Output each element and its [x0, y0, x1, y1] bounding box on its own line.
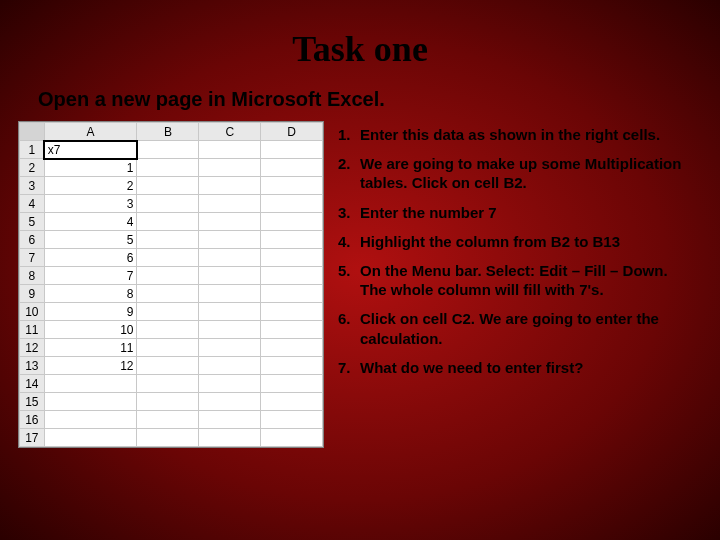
cell	[44, 375, 137, 393]
cell	[137, 177, 199, 195]
step-text: Highlight the column from B2 to B13	[360, 232, 620, 251]
cell	[261, 429, 323, 447]
cell	[44, 429, 137, 447]
row-header: 11	[20, 321, 45, 339]
slide-title: Task one	[0, 0, 720, 70]
cell	[137, 321, 199, 339]
row-header: 15	[20, 393, 45, 411]
cell	[199, 411, 261, 429]
step-item: 2.We are going to make up some Multiplic…	[338, 154, 692, 192]
col-header-D: D	[261, 123, 323, 141]
step-number: 5.	[338, 261, 360, 299]
cell	[137, 411, 199, 429]
cell	[199, 393, 261, 411]
cell	[137, 213, 199, 231]
cell: 8	[44, 285, 137, 303]
cell: 5	[44, 231, 137, 249]
cell	[44, 411, 137, 429]
cell: 1	[44, 159, 137, 177]
cell	[261, 303, 323, 321]
cell	[261, 357, 323, 375]
cell	[199, 249, 261, 267]
row-header: 9	[20, 285, 45, 303]
row-header: 5	[20, 213, 45, 231]
cell	[261, 339, 323, 357]
step-number: 6.	[338, 309, 360, 347]
cell	[137, 375, 199, 393]
row-header: 16	[20, 411, 45, 429]
cell	[199, 339, 261, 357]
cell	[199, 213, 261, 231]
row-header: 6	[20, 231, 45, 249]
cell: 11	[44, 339, 137, 357]
step-item: 3.Enter the number 7	[338, 203, 692, 222]
step-list: 1.Enter this data as shown in the right …	[338, 125, 692, 348]
step-item: 4.Highlight the column from B2 to B13	[338, 232, 692, 251]
row-header: 1	[20, 141, 45, 159]
instructions-panel: 1.Enter this data as shown in the right …	[332, 121, 720, 448]
cell	[261, 231, 323, 249]
cell	[199, 267, 261, 285]
cell	[199, 141, 261, 159]
row-header: 10	[20, 303, 45, 321]
cell	[199, 303, 261, 321]
row-header: 12	[20, 339, 45, 357]
question-line: 7. What do we need to enter first?	[338, 358, 692, 377]
cell	[199, 195, 261, 213]
excel-screenshot: A B C D 1x7 21 32 43 54 65 76 87 98 109 …	[18, 121, 324, 448]
row-header: 17	[20, 429, 45, 447]
cell	[199, 285, 261, 303]
cell	[261, 195, 323, 213]
step-text: Click on cell C2. We are going to enter …	[360, 309, 692, 347]
step-number: 1.	[338, 125, 360, 144]
cell	[199, 321, 261, 339]
cell	[137, 357, 199, 375]
cell	[137, 303, 199, 321]
step-text: Enter this data as shown in the right ce…	[360, 125, 660, 144]
question-text: What do we need to enter first?	[360, 358, 583, 377]
spreadsheet-grid: A B C D 1x7 21 32 43 54 65 76 87 98 109 …	[19, 122, 323, 447]
cell: 3	[44, 195, 137, 213]
cell	[261, 321, 323, 339]
cell	[137, 141, 199, 159]
cell: 6	[44, 249, 137, 267]
cell	[137, 249, 199, 267]
step-text: We are going to make up some Multiplicat…	[360, 154, 692, 192]
question-number: 7.	[338, 358, 360, 377]
cell	[261, 141, 323, 159]
cell	[261, 411, 323, 429]
cell	[137, 159, 199, 177]
corner-cell	[20, 123, 45, 141]
cell	[261, 375, 323, 393]
cell	[137, 267, 199, 285]
step-item: 5.On the Menu bar. Select: Edit – Fill –…	[338, 261, 692, 299]
cell: 12	[44, 357, 137, 375]
cell: 7	[44, 267, 137, 285]
cell	[199, 375, 261, 393]
cell: 4	[44, 213, 137, 231]
cell	[261, 267, 323, 285]
cell	[137, 339, 199, 357]
cell	[137, 393, 199, 411]
col-header-A: A	[44, 123, 137, 141]
cell	[199, 159, 261, 177]
step-number: 4.	[338, 232, 360, 251]
cell	[199, 177, 261, 195]
cell	[44, 393, 137, 411]
step-item: 6.Click on cell C2. We are going to ente…	[338, 309, 692, 347]
cell	[199, 231, 261, 249]
cell	[261, 249, 323, 267]
cell	[199, 357, 261, 375]
cell	[261, 213, 323, 231]
cell	[137, 195, 199, 213]
row-header: 2	[20, 159, 45, 177]
cell: 10	[44, 321, 137, 339]
cell	[261, 393, 323, 411]
cell	[261, 285, 323, 303]
cell-A1: x7	[44, 141, 137, 159]
row-header: 7	[20, 249, 45, 267]
step-item: 1.Enter this data as shown in the right …	[338, 125, 692, 144]
cell	[261, 159, 323, 177]
content-row: A B C D 1x7 21 32 43 54 65 76 87 98 109 …	[0, 121, 720, 448]
row-header: 3	[20, 177, 45, 195]
